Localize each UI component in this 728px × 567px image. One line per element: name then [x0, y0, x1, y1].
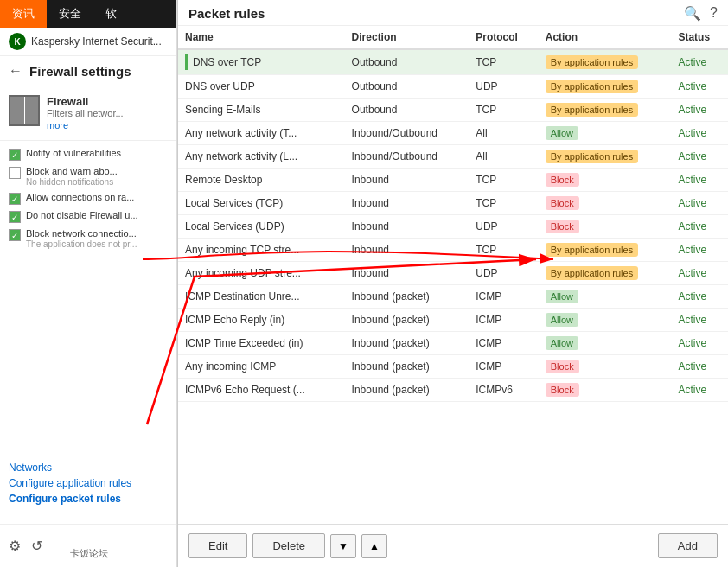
cell-name: Any network activity (L...: [178, 145, 345, 169]
cell-protocol: TCP: [469, 49, 539, 75]
rules-table-container: Name Direction Protocol Action Status DN…: [178, 26, 728, 524]
row-indicator: [185, 54, 188, 70]
table-row[interactable]: Local Services (UDP)InboundUDPBlockActiv…: [178, 215, 728, 239]
top-bar: 资讯 安全 软: [0, 0, 176, 28]
setting-item-2: Block and warn abo... No hidden notifica…: [9, 166, 168, 187]
cell-protocol: ICMP: [469, 332, 539, 355]
table-row[interactable]: DNS over UDPOutboundUDPBy application ru…: [178, 75, 728, 99]
action-badge: Block: [546, 196, 579, 210]
action-badge: By application rules: [546, 55, 638, 69]
table-row[interactable]: ICMP Destination Unre...Inbound (packet)…: [178, 285, 728, 309]
cell-name-text: DNS over UDP: [185, 80, 255, 92]
cell-name: ICMP Echo Reply (in): [178, 309, 345, 332]
firewall-title: Firewall: [47, 95, 124, 108]
setting-text-3: Allow connections on ra...: [26, 192, 134, 202]
cell-action: Allow: [539, 285, 672, 309]
search-icon[interactable]: 🔍: [684, 5, 701, 22]
cell-status: Active: [671, 309, 728, 332]
cell-protocol: TCP: [469, 192, 539, 215]
firewall-info: Firewall Filters all networ... more: [47, 95, 124, 131]
tab-info[interactable]: 资讯: [0, 0, 47, 28]
page-title: Firewall settings: [29, 64, 131, 79]
cell-action: Block: [539, 169, 672, 192]
cell-protocol: TCP: [469, 99, 539, 122]
cell-protocol: ICMP: [469, 355, 539, 379]
cell-name-text: Local Services (TCP): [185, 197, 283, 209]
kaspersky-bar: K Kaspersky Internet Securit...: [0, 28, 176, 56]
col-header-action: Action: [539, 26, 672, 49]
action-badge: Allow: [546, 336, 578, 350]
cell-name: Any incoming TCP stre...: [178, 239, 345, 262]
checkbox-4[interactable]: ✓: [9, 211, 21, 223]
cell-name: Any incoming ICMP: [178, 355, 345, 379]
tab-security[interactable]: 安全: [47, 0, 93, 28]
cell-protocol: UDP: [469, 262, 539, 285]
table-body: DNS over TCPOutboundTCPBy application ru…: [178, 49, 728, 402]
link-packet-rules[interactable]: Configure packet rules: [9, 493, 131, 505]
cell-name: ICMP Destination Unre...: [178, 285, 345, 309]
firewall-more-link[interactable]: more: [47, 120, 68, 131]
checkbox-2[interactable]: [9, 167, 21, 179]
cell-name-text: ICMP Destination Unre...: [185, 290, 300, 303]
col-header-direction: Direction: [345, 26, 469, 49]
cell-name: DNS over TCP: [178, 49, 345, 75]
cell-name-text: Any incoming UDP stre...: [185, 267, 301, 279]
cell-name: Any incoming UDP stre...: [178, 262, 345, 285]
cell-name-text: Local Services (UDP): [185, 220, 284, 233]
cell-name-text: Remote Desktop: [185, 174, 262, 186]
cell-status: Active: [671, 355, 728, 379]
setting-item-1: ✓ Notify of vulnerabilities: [9, 148, 168, 161]
link-app-rules[interactable]: Configure application rules: [9, 477, 131, 489]
table-row[interactable]: Remote DesktopInboundTCPBlockActive: [178, 169, 728, 192]
cell-name: DNS over UDP: [178, 75, 345, 99]
cell-status: Active: [671, 99, 728, 122]
cell-name: Local Services (UDP): [178, 215, 345, 239]
tab-software[interactable]: 软: [93, 0, 129, 28]
cell-action: Allow: [539, 122, 672, 145]
table-row[interactable]: ICMP Time Exceeded (in)Inbound (packet)I…: [178, 332, 728, 355]
table-row[interactable]: ICMP Echo Reply (in)Inbound (packet)ICMP…: [178, 309, 728, 332]
edit-button[interactable]: Edit: [188, 533, 247, 558]
help-icon[interactable]: ?: [710, 5, 718, 22]
cell-action: Block: [539, 355, 672, 379]
delete-button[interactable]: Delete: [252, 533, 325, 558]
table-row[interactable]: ICMPv6 Echo Request (...Inbound (packet)…: [178, 379, 728, 402]
cell-name-text: Any network activity (L...: [185, 150, 297, 162]
cell-action: By application rules: [539, 75, 672, 99]
cell-name-text: ICMP Time Exceeded (in): [185, 337, 303, 349]
cell-action: Allow: [539, 332, 672, 355]
cell-direction: Inbound (packet): [345, 332, 469, 355]
cell-protocol: ICMP: [469, 309, 539, 332]
table-row[interactable]: DNS over TCPOutboundTCPBy application ru…: [178, 49, 728, 75]
up-button[interactable]: ▲: [361, 534, 387, 558]
table-row[interactable]: Local Services (TCP)InboundTCPBlockActiv…: [178, 192, 728, 215]
dialog-title: Packet rules: [188, 6, 265, 21]
col-header-protocol: Protocol: [469, 26, 539, 49]
firewall-icon: [9, 95, 40, 126]
table-row[interactable]: Sending E-MailsOutboundTCPBy application…: [178, 99, 728, 122]
cell-name: ICMPv6 Echo Request (...: [178, 379, 345, 402]
cell-action: By application rules: [539, 49, 672, 75]
sidebar: 资讯 安全 软 K Kaspersky Internet Securit... …: [0, 0, 177, 567]
back-arrow-icon[interactable]: ←: [9, 63, 22, 79]
link-networks[interactable]: Networks: [9, 462, 131, 474]
table-row[interactable]: Any network activity (L...Inbound/Outbou…: [178, 145, 728, 169]
cell-direction: Inbound (packet): [345, 309, 469, 332]
down-button[interactable]: ▼: [330, 534, 356, 558]
cell-protocol: UDP: [469, 215, 539, 239]
table-row[interactable]: Any incoming UDP stre...InboundUDPBy app…: [178, 262, 728, 285]
checkbox-1[interactable]: ✓: [9, 149, 21, 161]
checkbox-5[interactable]: ✓: [9, 229, 21, 241]
rules-table: Name Direction Protocol Action Status DN…: [178, 26, 728, 402]
setting-text-4: Do not disable Firewall u...: [26, 210, 138, 220]
cell-direction: Inbound/Outbound: [345, 122, 469, 145]
cell-direction: Inbound (packet): [345, 355, 469, 379]
checkbox-3[interactable]: ✓: [9, 193, 21, 205]
table-row[interactable]: Any network activity (T...Inbound/Outbou…: [178, 122, 728, 145]
table-row[interactable]: Any incoming TCP stre...InboundTCPBy app…: [178, 239, 728, 262]
add-button[interactable]: Add: [658, 533, 718, 558]
table-header-row: Name Direction Protocol Action Status: [178, 26, 728, 49]
cell-name: ICMP Time Exceeded (in): [178, 332, 345, 355]
table-row[interactable]: Any incoming ICMPInbound (packet)ICMPBlo…: [178, 355, 728, 379]
setting-text-1: Notify of vulnerabilities: [26, 148, 121, 158]
